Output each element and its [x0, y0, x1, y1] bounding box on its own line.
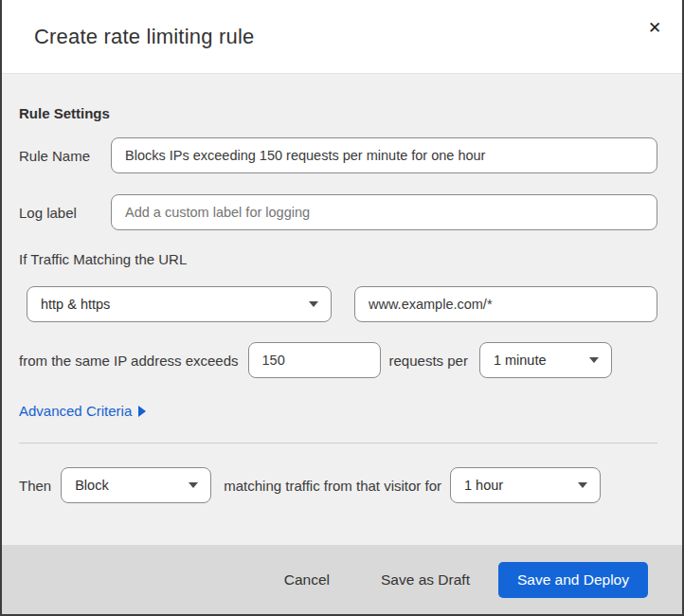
request-count-input[interactable] [248, 342, 381, 378]
period-select[interactable]: 1 minute [479, 342, 612, 378]
url-pattern-input[interactable] [354, 286, 657, 322]
url-match-row: http & https [19, 286, 657, 322]
scheme-select[interactable]: http & https [27, 286, 332, 322]
cancel-button[interactable]: Cancel [275, 564, 339, 596]
modal-body: Rule Settings Rule Name Log label If Tra… [2, 74, 682, 545]
chevron-down-icon [589, 357, 599, 363]
chevron-down-icon [309, 301, 318, 307]
rule-name-label: Rule Name [19, 148, 111, 164]
log-label-row: Log label [19, 194, 657, 230]
period-select-value: 1 minute [494, 353, 547, 368]
rate-limit-modal: Create rate limiting rule ✕ Rule Setting… [0, 0, 684, 616]
chevron-down-icon [189, 482, 198, 488]
log-label-label: Log label [19, 205, 111, 221]
action-middle-text: matching traffic from that visitor for [224, 478, 441, 494]
threshold-row: from the same IP address exceeds request… [19, 342, 657, 378]
scheme-select-value: http & https [41, 297, 110, 312]
chevron-right-icon [138, 406, 146, 417]
close-icon: ✕ [648, 18, 661, 38]
duration-select-value: 1 hour [464, 478, 503, 493]
duration-select[interactable]: 1 hour [450, 467, 601, 503]
action-row: Then Block matching traffic from that vi… [19, 467, 657, 503]
rule-settings-heading: Rule Settings [19, 105, 657, 121]
rule-name-input[interactable] [111, 137, 657, 173]
chevron-down-icon [578, 482, 587, 488]
action-select-value: Block [75, 478, 108, 493]
advanced-criteria-label: Advanced Criteria [19, 403, 132, 419]
close-button[interactable]: ✕ [640, 13, 669, 42]
action-prefix-text: Then [19, 478, 51, 494]
modal-footer: Cancel Save as Draft Save and Deploy [2, 545, 682, 615]
modal-title: Create rate limiting rule [34, 25, 254, 49]
threshold-middle-text: requests per [389, 353, 468, 369]
log-label-input[interactable] [111, 194, 657, 230]
modal-header: Create rate limiting rule ✕ [2, 0, 682, 74]
threshold-prefix-text: from the same IP address exceeds [19, 353, 239, 369]
rule-name-row: Rule Name [19, 137, 657, 173]
save-and-deploy-button[interactable]: Save and Deploy [498, 562, 648, 598]
action-select[interactable]: Block [61, 467, 211, 503]
save-as-draft-button[interactable]: Save as Draft [371, 564, 479, 596]
section-divider [19, 443, 657, 444]
advanced-criteria-link[interactable]: Advanced Criteria [19, 403, 146, 419]
traffic-match-heading: If Traffic Matching the URL [19, 251, 657, 267]
